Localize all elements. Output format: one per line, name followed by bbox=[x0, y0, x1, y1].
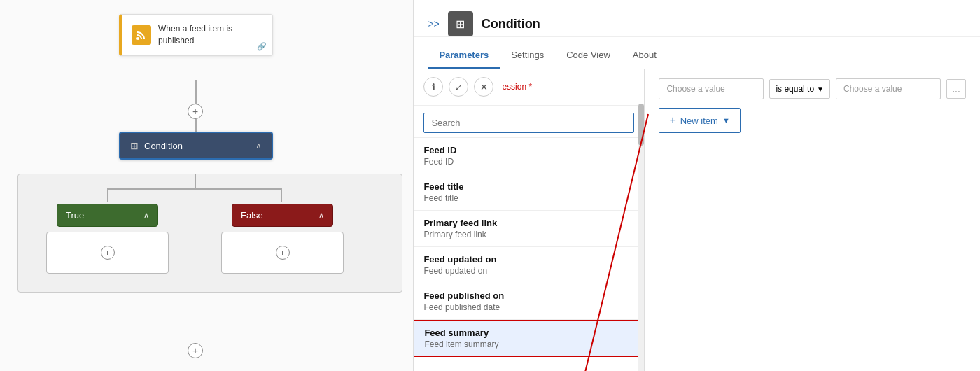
tab-about[interactable]: About bbox=[622, 43, 668, 69]
right-panel: >> ⊞ Condition Parameters Settings Code … bbox=[414, 0, 980, 371]
feed-summary-title: Feed summary bbox=[424, 328, 628, 338]
chevron-down-new-icon: ▼ bbox=[722, 116, 730, 125]
chevron-up-icon: ∧ bbox=[255, 141, 262, 150]
condition-node-label: Condition bbox=[144, 141, 183, 151]
expand-button[interactable]: ⤢ bbox=[449, 77, 468, 97]
scrollbar-track bbox=[638, 104, 644, 371]
expression-required-label: ession * bbox=[502, 82, 532, 92]
add-false-action-button[interactable]: + bbox=[276, 246, 290, 260]
branch-container: True ∧ False ∧ + + bbox=[18, 174, 402, 293]
panel-header: >> ⊞ Condition bbox=[414, 0, 980, 37]
false-label: False bbox=[241, 210, 263, 220]
true-branch-node[interactable]: True ∧ bbox=[57, 204, 158, 227]
search-container bbox=[414, 106, 644, 138]
feed-updated-on-title: Feed updated on bbox=[424, 254, 629, 265]
operator-dropdown[interactable]: is equal to ▼ bbox=[769, 79, 830, 99]
plus-icon: + bbox=[669, 114, 676, 127]
branch-v-top bbox=[195, 174, 196, 188]
close-button[interactable]: ✕ bbox=[474, 77, 493, 97]
link-icon: 🔗 bbox=[257, 42, 267, 51]
list-item-primary-feed-link[interactable]: Primary feed link Primary feed link bbox=[414, 211, 638, 247]
feed-published-on-sub: Feed published date bbox=[424, 302, 629, 312]
tab-code-view[interactable]: Code View bbox=[555, 43, 622, 69]
connector-line bbox=[195, 80, 197, 105]
choose-value-1-input[interactable]: Choose a value bbox=[659, 78, 764, 99]
true-branch-box: + bbox=[46, 232, 169, 274]
collapse-panel-button[interactable]: >> bbox=[428, 18, 439, 29]
feed-updated-on-sub: Feed updated on bbox=[424, 266, 629, 276]
feed-title-sub: Feed title bbox=[424, 193, 629, 203]
rss-icon bbox=[132, 25, 151, 45]
add-true-action-button[interactable]: + bbox=[101, 246, 115, 260]
new-item-button[interactable]: + New item ▼ bbox=[659, 108, 740, 133]
feed-id-title: Feed ID bbox=[424, 145, 629, 155]
scrollbar-thumb[interactable] bbox=[638, 104, 644, 146]
feed-summary-sub: Feed item summary bbox=[424, 340, 628, 349]
condition-row: Choose a value is equal to ▼ Choose a va… bbox=[659, 78, 966, 99]
dropdown-area: ℹ ⤢ ✕ ession * Feed ID Feed ID Feed titl… bbox=[414, 69, 645, 371]
new-item-label: New item bbox=[680, 115, 718, 126]
trigger-label: When a feed item is published bbox=[158, 23, 262, 47]
list-item-feed-title[interactable]: Feed title Feed title bbox=[414, 174, 638, 211]
primary-feed-link-title: Primary feed link bbox=[424, 218, 629, 228]
config-area: Choose a value is equal to ▼ Choose a va… bbox=[645, 69, 980, 371]
feed-id-sub: Feed ID bbox=[424, 157, 629, 167]
dropdown-list: Feed ID Feed ID Feed title Feed title Pr… bbox=[414, 138, 644, 371]
panel-tabs: Parameters Settings Code View About bbox=[414, 43, 980, 69]
tab-settings[interactable]: Settings bbox=[500, 43, 555, 69]
false-branch-box: + bbox=[221, 232, 344, 274]
panel-icon: ⊞ bbox=[448, 11, 473, 36]
info-button[interactable]: ℹ bbox=[424, 77, 443, 97]
dropdown-controls: ℹ ⤢ ✕ ession * bbox=[414, 69, 644, 106]
choose-value-2-input[interactable]: Choose a value bbox=[836, 78, 941, 99]
more-options-button[interactable]: ... bbox=[946, 79, 966, 99]
list-item-feed-published-on[interactable]: Feed published on Feed published date bbox=[414, 284, 638, 320]
false-branch-node[interactable]: False ∧ bbox=[232, 204, 333, 227]
search-input[interactable] bbox=[424, 113, 634, 133]
connector-line2 bbox=[195, 119, 197, 132]
chevron-up-false-icon: ∧ bbox=[318, 211, 324, 220]
tab-parameters[interactable]: Parameters bbox=[428, 43, 500, 69]
list-item-feed-id[interactable]: Feed ID Feed ID bbox=[414, 138, 638, 174]
chevron-down-icon: ▼ bbox=[817, 85, 824, 93]
feed-published-on-title: Feed published on bbox=[424, 290, 629, 301]
add-bottom-step-button[interactable]: + bbox=[188, 343, 203, 358]
panel-body: ℹ ⤢ ✕ ession * Feed ID Feed ID Feed titl… bbox=[414, 69, 980, 371]
list-item-feed-updated-on[interactable]: Feed updated on Feed updated on bbox=[414, 247, 638, 284]
add-step-button[interactable]: + bbox=[188, 104, 203, 119]
condition-left: ⊞ Condition bbox=[130, 140, 183, 151]
chevron-up-true-icon: ∧ bbox=[144, 211, 149, 220]
condition-grid-icon: ⊞ bbox=[130, 140, 139, 151]
list-item-feed-summary[interactable]: Feed summary Feed item summary bbox=[414, 320, 638, 357]
branch-v-right bbox=[281, 188, 282, 202]
condition-node[interactable]: ⊞ Condition ∧ bbox=[119, 132, 273, 160]
panel-title: Condition bbox=[482, 17, 966, 31]
primary-feed-link-sub: Primary feed link bbox=[424, 230, 629, 239]
svg-point-0 bbox=[136, 37, 139, 40]
branch-h-line bbox=[107, 188, 282, 190]
feed-title-title: Feed title bbox=[424, 181, 629, 192]
true-label: True bbox=[66, 210, 84, 220]
canvas-area: When a feed item is published 🔗 + ⊞ Cond… bbox=[0, 0, 414, 371]
branch-v-left bbox=[107, 188, 108, 202]
trigger-node[interactable]: When a feed item is published 🔗 bbox=[119, 14, 273, 56]
